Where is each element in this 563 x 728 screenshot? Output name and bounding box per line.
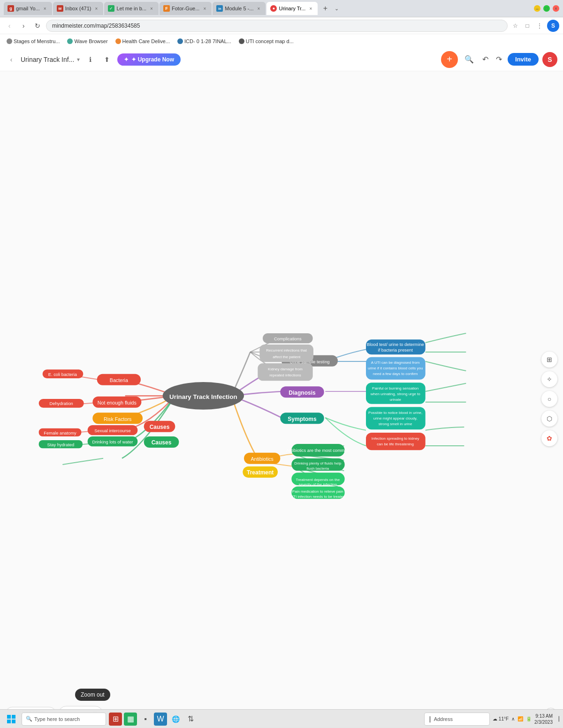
mm-search-button[interactable]: 🔍 (462, 52, 477, 67)
tab-urinary[interactable]: ● Urinary Tr... × (266, 2, 318, 15)
tab-close-letmein[interactable]: × (148, 5, 155, 12)
window-controls: – □ × (534, 5, 559, 12)
svg-text:Stay hydrated: Stay hydrated (47, 443, 75, 447)
svg-text:Complications: Complications (274, 337, 302, 341)
svg-rect-42 (7, 715, 11, 719)
rt-comment-button[interactable]: ○ (541, 391, 557, 407)
tab-bar: g gmail Yo... × M Inbox (471) × ✓ Let me… (0, 0, 563, 17)
svg-text:urine if it contains blood cel: urine if it contains blood cells you (368, 366, 423, 370)
node-top2[interactable] (259, 345, 313, 362)
url-input[interactable] (46, 20, 508, 32)
taskbar-show-desktop[interactable]: ▕ (555, 716, 559, 721)
svg-text:need a few days to confirm: need a few days to confirm (373, 372, 418, 376)
svg-text:Drinking lots of water: Drinking lots of water (92, 440, 133, 444)
bookmark-stages[interactable]: Stages of Menstru... (4, 38, 62, 45)
profile-button[interactable]: S (547, 20, 559, 32)
tab-close-urinary[interactable]: × (307, 5, 314, 12)
mindmap-container: Urinary Track Infection Bacteria E. coli… (0, 71, 563, 727)
mm-info-button[interactable]: ℹ (84, 53, 97, 66)
svg-text:Symptoms: Symptoms (288, 416, 317, 422)
mm-undo-button[interactable]: ↶ (480, 53, 490, 66)
mm-title-area: Urinary Track Inf... ▾ (21, 56, 80, 63)
svg-text:strong smell in urine: strong smell in urine (379, 422, 412, 426)
taskbar-chrome-icon[interactable]: 🌐 (169, 713, 182, 726)
bookmark-uti[interactable]: UTI concept map d... (236, 38, 297, 45)
upgrade-button[interactable]: ✦ ✦ Upgrade Now (117, 53, 181, 66)
svg-text:Female anatomy: Female anatomy (44, 431, 76, 435)
tab-fotor[interactable]: F Fotor-Gue... × (160, 2, 212, 15)
svg-text:urine might appear cloudy,: urine might appear cloudy, (373, 416, 418, 420)
svg-text:Sexual intercourse: Sexual intercourse (94, 428, 130, 433)
taskbar-search[interactable]: 🔍 Type here to search (22, 713, 106, 726)
close-btn[interactable]: × (553, 5, 559, 12)
svg-text:Causes: Causes (152, 439, 172, 446)
svg-text:if bacteria present: if bacteria present (378, 348, 413, 353)
mm-user-avatar[interactable]: S (542, 52, 557, 67)
bookmark-health[interactable]: Health Care Delive... (113, 38, 173, 45)
tab-letmein[interactable]: ✓ Let me in b... × (104, 2, 159, 15)
weather-info: ☁ 11°F (493, 716, 509, 721)
taskbar-right: ☁ 11°F ∧ 📶 🔋 9:13 AM 2/3/2023 ▕ (493, 713, 559, 725)
bookmark-wave[interactable]: Wave Browser (64, 38, 110, 45)
svg-text:repeated infections: repeated infections (269, 373, 301, 377)
taskbar-calc-icon[interactable]: ▦ (124, 713, 137, 726)
mm-dropdown-icon[interactable]: ▾ (77, 56, 80, 63)
bookmark-star-icon[interactable]: ☆ (510, 21, 520, 30)
tab-module[interactable]: in Module 5 -... × (213, 2, 266, 15)
start-button[interactable] (4, 712, 19, 727)
taskbar-app1-icon[interactable]: ▪ (139, 713, 152, 726)
tab-search-btn[interactable]: ⌄ (335, 6, 339, 12)
mm-share-button[interactable]: ⬆ (100, 53, 114, 66)
rt-share-button[interactable]: ⬡ (541, 411, 557, 427)
rt-color-button[interactable]: ✿ (541, 430, 557, 446)
svg-text:Treatment depends on the: Treatment depends on the (296, 478, 340, 482)
taskbar-separator: ∧ (511, 716, 515, 721)
svg-text:A UTI can be diagnosed from: A UTI can be diagnosed from (371, 360, 420, 365)
svg-text:Dehydration: Dehydration (50, 401, 73, 406)
upgrade-star-icon: ✦ (124, 56, 129, 63)
bookmarks-bar: Stages of Menstru... Wave Browser Health… (0, 34, 563, 48)
svg-text:Diagnosis: Diagnosis (289, 390, 316, 396)
zoom-out-tooltip: Zoom out (75, 689, 110, 701)
maximize-btn[interactable]: □ (543, 5, 550, 12)
svg-text:Recurrent infections that: Recurrent infections that (266, 348, 307, 353)
forward-button[interactable]: › (18, 20, 29, 31)
weather-icon: ☁ (493, 716, 497, 721)
taskbar-files-icon[interactable]: ⊞ (109, 713, 122, 726)
taskbar-address[interactable]: ║ Address (424, 713, 490, 726)
extension-icon[interactable]: □ (523, 21, 532, 30)
node-comp1[interactable] (366, 433, 426, 450)
mm-canvas[interactable]: Urinary Track Infection Bacteria E. coli… (0, 71, 563, 727)
mm-redo-button[interactable]: ↷ (494, 53, 504, 66)
bookmark-icd[interactable]: ICD- 0 1-28 7INAL... (175, 38, 234, 45)
node-top3[interactable] (258, 363, 312, 381)
reload-button[interactable]: ↻ (32, 20, 43, 31)
taskbar: 🔍 Type here to search ⊞ ▦ ▪ W 🌐 ⇅ ║ Addr… (0, 709, 563, 728)
mm-invite-button[interactable]: Invite (508, 53, 539, 66)
tab-close-gmail[interactable]: × (42, 5, 48, 12)
svg-text:Drinking plenty of fluids help: Drinking plenty of fluids help (294, 461, 342, 465)
mm-add-button[interactable]: + (441, 51, 458, 68)
rt-magic-button[interactable]: ✧ (541, 371, 557, 387)
taskbar-arrow-icon[interactable]: ⇅ (184, 713, 197, 726)
svg-text:Pain medication to relieve pai: Pain medication to relieve pain (292, 489, 343, 494)
minimize-btn[interactable]: – (534, 5, 540, 12)
tab-close-fotor[interactable]: × (201, 5, 208, 12)
svg-text:Infection spreading to kidney: Infection spreading to kidney (372, 436, 419, 441)
svg-text:affect the patient: affect the patient (273, 355, 301, 359)
back-button[interactable]: ‹ (4, 20, 15, 31)
svg-text:severity of the infection: severity of the infection (298, 482, 337, 487)
svg-text:E. coli bacteria: E. coli bacteria (48, 372, 77, 377)
tab-inbox[interactable]: M Inbox (471) × (53, 2, 104, 15)
address-bar: ‹ › ↻ ☆ □ ⋮ S (0, 17, 563, 34)
mm-back-button[interactable]: ‹ (6, 54, 17, 65)
svg-text:Not enough fluids: Not enough fluids (98, 400, 137, 405)
svg-text:UTI infection needs to be trea: UTI infection needs to be treated (290, 495, 345, 499)
menu-icon[interactable]: ⋮ (535, 21, 544, 30)
new-tab-button[interactable]: + (319, 2, 332, 15)
tab-close-inbox[interactable]: × (93, 5, 99, 12)
rt-grid-button[interactable]: ⊞ (541, 352, 557, 368)
taskbar-word-icon[interactable]: W (154, 713, 167, 726)
tab-close-module[interactable]: × (255, 5, 262, 12)
tab-gmail[interactable]: g gmail Yo... × (4, 2, 52, 15)
